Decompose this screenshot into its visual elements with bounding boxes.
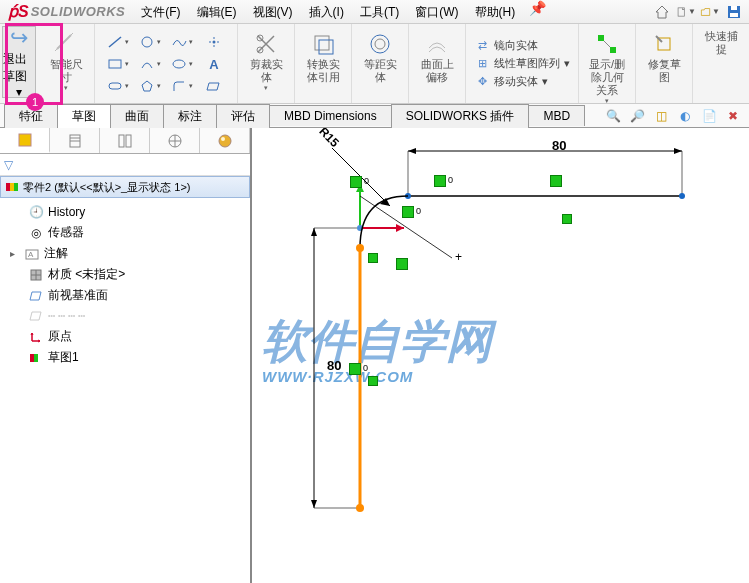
display-tab[interactable] [200, 128, 250, 153]
tab-annotate[interactable]: 标注 [163, 104, 217, 128]
pin-icon[interactable]: 📌 [523, 0, 552, 24]
move-entities-button[interactable]: ✥移动实体▾ [474, 74, 570, 90]
linear-pattern-button[interactable]: ⊞线性草图阵列▾ [474, 56, 570, 72]
logo-s-icon: ṕS [8, 2, 29, 21]
part-header-label: 零件2 (默认<<默认>_显示状态 1>) [23, 180, 191, 195]
new-doc-icon[interactable]: ▼ [675, 1, 697, 23]
plane-icon [28, 288, 44, 304]
convert-group: 转换实体引用 [295, 24, 352, 103]
menu-insert[interactable]: 插入(I) [301, 0, 352, 24]
expand-icon[interactable]: ▸ [10, 248, 20, 259]
relation-marker[interactable] [349, 363, 361, 375]
convert-icon [309, 30, 337, 58]
title-right-icons: ▼ ▼ [651, 1, 749, 23]
slot-tool[interactable]: ▾ [105, 76, 131, 96]
hide-show-icon[interactable]: ✖ [723, 106, 743, 126]
zoom-fit-icon[interactable]: 🔍 [603, 106, 623, 126]
relation-marker[interactable] [368, 376, 378, 386]
rectangle-tool[interactable]: ▾ [105, 54, 131, 74]
mirror-button[interactable]: ⇄镜向实体 [474, 38, 570, 54]
dimxpert-tab[interactable] [150, 128, 200, 153]
polygon-tool[interactable]: ▾ [137, 76, 163, 96]
tab-sw-addin[interactable]: SOLIDWORKS 插件 [391, 104, 530, 128]
menu-edit[interactable]: 编辑(E) [189, 0, 245, 24]
trim-button[interactable]: 剪裁实体▾ [244, 28, 288, 94]
annotation-icon: A [24, 246, 40, 262]
tab-evaluate[interactable]: 评估 [216, 104, 270, 128]
save-icon[interactable] [723, 1, 745, 23]
tree-origin[interactable]: 原点 [2, 326, 248, 347]
graphics-canvas[interactable]: 软件自学网 WWW·RJZXW·COM [252, 128, 749, 583]
relation-marker[interactable] [550, 175, 562, 187]
section-view-icon[interactable]: 📄 [699, 106, 719, 126]
fillet-tool[interactable]: ▾ [169, 76, 195, 96]
point-tool[interactable] [201, 32, 227, 52]
tree-history[interactable]: 🕘History [2, 202, 248, 222]
tab-surface[interactable]: 曲面 [110, 104, 164, 128]
home-icon[interactable] [651, 1, 673, 23]
relation-marker[interactable] [562, 214, 572, 224]
menu-file[interactable]: 文件(F) [133, 0, 188, 24]
relation-marker[interactable] [368, 253, 378, 263]
menu-help[interactable]: 帮助(H) [467, 0, 524, 24]
menu-window[interactable]: 窗口(W) [407, 0, 466, 24]
part-header[interactable]: 零件2 (默认<<默认>_显示状态 1>) [0, 176, 250, 198]
tree-annotations[interactable]: ▸A注解 [2, 243, 248, 264]
show-hide-relations-button[interactable]: 显示/删除几何关系▾ [585, 28, 629, 107]
convert-entities-button[interactable]: 转换实体引用 [301, 28, 345, 86]
tree-sensors[interactable]: ◎传感器 [2, 222, 248, 243]
feature-tree-tab[interactable] [0, 128, 50, 153]
svg-rect-3 [730, 13, 738, 17]
menu-view[interactable]: 视图(V) [245, 0, 301, 24]
svg-point-14 [371, 35, 389, 53]
tab-mbd-dim[interactable]: MBD Dimensions [269, 105, 392, 126]
relation-marker[interactable] [350, 176, 362, 188]
config-tab[interactable] [100, 128, 150, 153]
svg-rect-16 [610, 47, 616, 53]
ellipse-tool[interactable]: ▾ [169, 54, 195, 74]
sketch-svg: + [252, 128, 749, 583]
plane-tool[interactable] [201, 76, 227, 96]
origin-icon [28, 329, 44, 345]
menu-tools[interactable]: 工具(T) [352, 0, 407, 24]
relation-marker[interactable] [434, 175, 446, 187]
zoom-area-icon[interactable]: 🔎 [627, 106, 647, 126]
text-tool[interactable]: A [201, 54, 227, 74]
line-tool[interactable]: ▾ [105, 32, 131, 52]
view-orientation-icon[interactable]: ◫ [651, 106, 671, 126]
tree-sketch1[interactable]: 草图1 [2, 347, 248, 368]
repair-sketch-button[interactable]: 修复草图 [642, 28, 686, 86]
smart-dim-group: 智能尺寸 ▾ [38, 24, 95, 103]
svg-point-6 [142, 37, 152, 47]
circle-tool[interactable]: ▾ [137, 32, 163, 52]
spline-tool[interactable]: ▾ [169, 32, 195, 52]
property-tab[interactable] [50, 128, 100, 153]
svg-rect-38 [34, 354, 38, 362]
offset-button[interactable]: 等距实体 [358, 28, 402, 86]
tab-sketch[interactable]: 草图 [57, 104, 111, 129]
dim-h-value[interactable]: 80 [552, 138, 566, 153]
tab-mbd[interactable]: MBD [528, 105, 585, 126]
filter-icon[interactable]: ▽ [4, 158, 13, 172]
relation-text: 0 [363, 363, 368, 373]
exit-sketch-label: 退出草图 [3, 51, 35, 85]
smart-dimension-button[interactable]: 智能尺寸 ▾ [44, 28, 88, 94]
svg-rect-23 [126, 135, 131, 147]
tree-hidden-plane[interactable]: ┄┄┄┄ [2, 306, 248, 326]
relation-marker[interactable] [402, 206, 414, 218]
arc-tool[interactable]: ▾ [137, 54, 163, 74]
exit-sketch-button[interactable]: ↪ 退出草图 ▾ [2, 26, 36, 98]
display-style-icon[interactable]: ◐ [675, 106, 695, 126]
tab-feature[interactable]: 特征 [4, 104, 58, 128]
dim-v-value[interactable]: 80 [327, 358, 341, 373]
move-icon: ✥ [474, 74, 490, 90]
surface-offset-button[interactable]: 曲面上偏移 [415, 28, 459, 86]
relation-marker[interactable] [396, 258, 408, 270]
relations-group: 显示/删除几何关系▾ [579, 24, 636, 103]
tree-front-plane[interactable]: 前视基准面 [2, 285, 248, 306]
offset-group: 等距实体 [352, 24, 409, 103]
rapid-snap-button[interactable]: 快速捕捉 [699, 28, 743, 58]
open-icon[interactable]: ▼ [699, 1, 721, 23]
tree-material[interactable]: 材质 <未指定> [2, 264, 248, 285]
dim-horizontal[interactable] [408, 148, 682, 196]
